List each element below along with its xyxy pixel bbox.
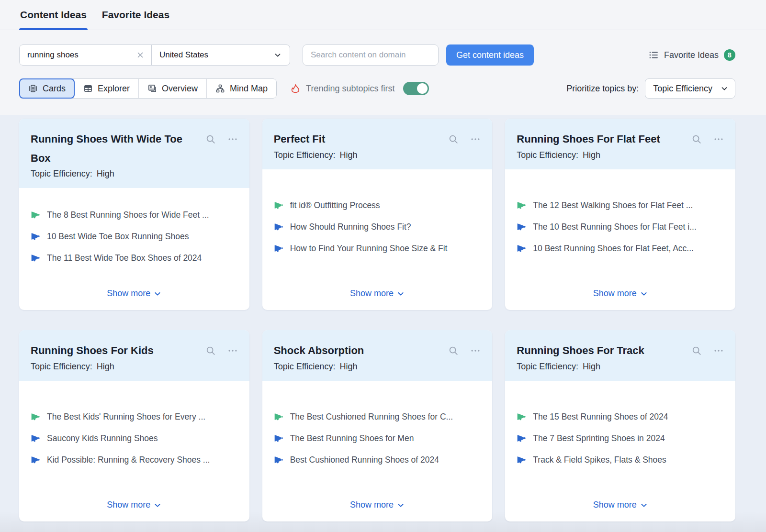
search-icon[interactable] [205, 134, 216, 144]
topic-search-combo: United States [19, 44, 290, 66]
show-more-link[interactable]: Show more [350, 500, 405, 510]
headline-text: Best Cushioned Running Shoes of 2024 [290, 455, 439, 465]
topic-card-actions [205, 345, 238, 356]
view-explorer-button[interactable]: Explorer [75, 79, 139, 98]
tab-content-ideas[interactable]: Content Ideas [19, 0, 88, 30]
more-options-icon[interactable] [227, 134, 238, 144]
search-icon[interactable] [691, 345, 702, 356]
topic-search-input[interactable] [27, 50, 132, 60]
headline-item[interactable]: How to Find Your Running Shoe Size & Fit [274, 244, 481, 254]
more-options-icon[interactable] [713, 134, 724, 144]
headline-text: The Best Cushioned Running Shoes for C..… [290, 412, 453, 422]
headline-item[interactable]: The 15 Best Running Shoes of 2024 [517, 412, 724, 422]
megaphone-icon [274, 412, 283, 421]
view-cards-button[interactable]: Cards [20, 79, 75, 98]
topic-efficiency: Topic Efficiency:High [31, 169, 200, 179]
mindmap-icon [215, 84, 225, 93]
megaphone-icon [31, 433, 40, 443]
topic-efficiency-label: Topic Efficiency: [517, 150, 578, 160]
topic-card: Perfect Fit Topic Efficiency:High [262, 119, 493, 310]
headline-list: fit id® Outfitting Process How Should Ru… [262, 169, 493, 283]
view-overview-button[interactable]: Overview [139, 79, 207, 98]
favorite-ideas-label: Favorite Ideas [664, 50, 719, 60]
headline-item[interactable]: fit id® Outfitting Process [274, 200, 481, 211]
topic-card-footer: Show more [505, 283, 735, 310]
trending-subtopics-label: Trending subtopics first [306, 84, 394, 94]
prioritize-select-value: Topic Efficiency [653, 84, 712, 94]
view-mindmap-button[interactable]: Mind Map [207, 79, 276, 98]
headline-item[interactable]: The Best Cushioned Running Shoes for C..… [274, 412, 481, 422]
tab-favorite-ideas[interactable]: Favorite Ideas [101, 0, 170, 30]
show-more-label: Show more [107, 500, 150, 510]
chevron-down-icon [640, 501, 648, 509]
headline-item[interactable]: The 11 Best Wide Toe Box Shoes of 2024 [31, 253, 238, 263]
prioritize-select[interactable]: Topic Efficiency [645, 78, 735, 99]
topic-card-footer: Show more [505, 494, 735, 521]
flame-icon [290, 83, 301, 94]
search-icon[interactable] [691, 134, 702, 144]
chevron-down-icon [273, 51, 282, 59]
headline-item[interactable]: The Best Running Shoes for Men [274, 433, 481, 443]
topic-card-header: Shock Absorption Topic Efficiency:High [262, 330, 493, 381]
headline-item[interactable]: Track & Field Spikes, Flats & Shoes [517, 455, 724, 465]
headline-item[interactable]: Saucony Kids Running Shoes [31, 433, 238, 443]
more-options-icon[interactable] [470, 134, 481, 144]
more-options-icon[interactable] [227, 345, 238, 356]
headline-item[interactable]: The Best Kids' Running Shoes for Every .… [31, 412, 238, 422]
show-more-link[interactable]: Show more [593, 500, 648, 510]
topic-card: Running Shoes For Flat Feet Topic Effici… [505, 119, 735, 310]
headline-item[interactable]: Best Cushioned Running Shoes of 2024 [274, 455, 481, 465]
show-more-link[interactable]: Show more [107, 288, 161, 299]
show-more-link[interactable]: Show more [107, 500, 161, 510]
headline-item[interactable]: 10 Best Running Shoes for Flat Feet, Acc… [517, 244, 724, 254]
megaphone-icon [517, 433, 526, 443]
topic-efficiency-value: High [339, 362, 357, 371]
show-more-link[interactable]: Show more [350, 288, 405, 299]
view-switcher: Cards Explorer Overview Mind Map [19, 78, 277, 99]
view-cards-label: Cards [43, 84, 66, 94]
search-icon[interactable] [448, 134, 459, 144]
favorite-ideas-button[interactable]: Favorite Ideas 8 [648, 49, 735, 61]
topic-card-footer: Show more [262, 283, 493, 310]
headline-text: 10 Best Wide Toe Box Running Shoes [47, 232, 189, 242]
chevron-down-icon [397, 501, 405, 509]
topic-efficiency-value: High [583, 150, 600, 160]
headline-item[interactable]: Kid Possible: Running & Recovery Shoes .… [31, 455, 238, 465]
cards-grid: Running Shoes With Wide Toe Box Topic Ef… [19, 119, 735, 521]
megaphone-icon [31, 412, 40, 421]
headline-item[interactable]: The 10 Best Running Shoes for Flat Feet … [517, 222, 724, 232]
get-content-ideas-button[interactable]: Get content ideas [446, 44, 534, 66]
topic-efficiency-value: High [97, 362, 114, 371]
topic-card: Shock Absorption Topic Efficiency:High [262, 330, 493, 521]
domain-search-input[interactable] [303, 44, 439, 66]
headline-list: The Best Cushioned Running Shoes for C..… [262, 381, 493, 494]
topic-efficiency-label: Topic Efficiency: [31, 362, 92, 371]
topic-card-actions [691, 345, 724, 356]
cards-icon [28, 84, 38, 93]
show-more-link[interactable]: Show more [593, 288, 648, 299]
headline-item[interactable]: The 8 Best Running Shoes for Wide Feet .… [31, 210, 238, 220]
headline-item[interactable]: 10 Best Wide Toe Box Running Shoes [31, 232, 238, 242]
headline-text: The 10 Best Running Shoes for Flat Feet … [533, 222, 696, 232]
search-icon[interactable] [448, 345, 459, 356]
tabs-bar: Content Ideas Favorite Ideas [0, 0, 766, 30]
headline-text: The 15 Best Running Shoes of 2024 [533, 412, 668, 422]
headline-text: How Should Running Shoes Fit? [290, 222, 411, 232]
headline-item[interactable]: How Should Running Shoes Fit? [274, 222, 481, 232]
search-icon[interactable] [205, 345, 216, 356]
headline-text: Track & Field Spikes, Flats & Shoes [533, 455, 666, 465]
more-options-icon[interactable] [713, 345, 724, 356]
country-select[interactable]: United States [152, 45, 290, 65]
chevron-down-icon [154, 501, 161, 509]
tab-favorite-ideas-label: Favorite Ideas [102, 9, 169, 21]
headline-item[interactable]: The 12 Best Walking Shoes for Flat Feet … [517, 200, 724, 211]
megaphone-icon [274, 433, 283, 443]
trending-subtopics-toggle[interactable] [403, 82, 429, 95]
headline-item[interactable]: The 7 Best Sprinting Shoes in 2024 [517, 433, 724, 443]
more-options-icon[interactable] [470, 345, 481, 356]
topic-card-title: Running Shoes With Wide Toe Box [31, 130, 200, 167]
megaphone-icon [274, 455, 283, 465]
clear-icon[interactable] [136, 51, 145, 59]
view-explorer-label: Explorer [98, 84, 130, 94]
chevron-down-icon [154, 290, 161, 298]
